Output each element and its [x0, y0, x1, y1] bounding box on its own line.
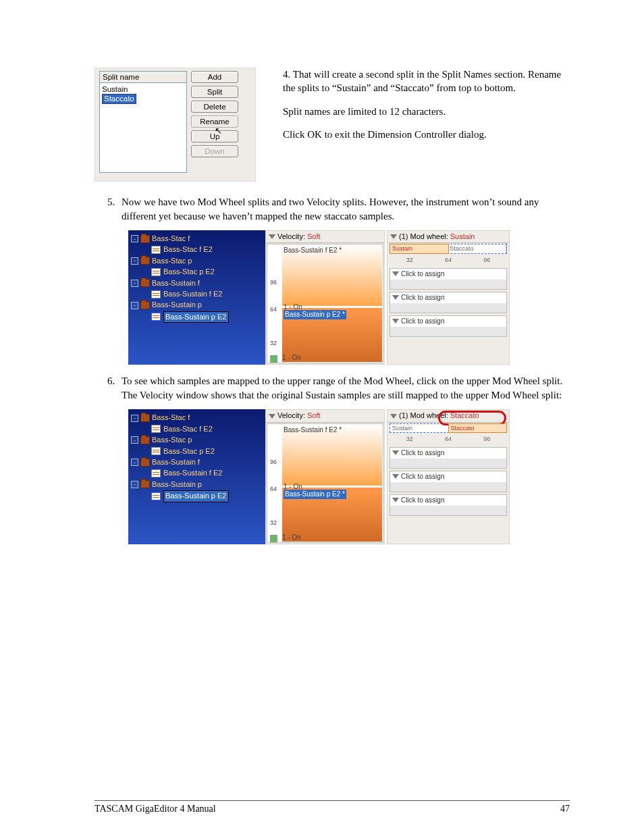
- tree-child[interactable]: Bass-Stac f E2: [163, 424, 213, 434]
- split-sustain[interactable]: Sustain: [390, 244, 449, 254]
- tree-expand-icon[interactable]: -: [131, 415, 138, 422]
- tree-child[interactable]: Bass-Sustain f E2: [163, 468, 222, 478]
- delete-button[interactable]: Delete: [191, 101, 238, 113]
- step6: To see which samples are mapped to the u…: [117, 374, 570, 544]
- step5-text: Now we have two Mod Wheel splits and two…: [122, 197, 539, 221]
- dropdown-icon[interactable]: [269, 234, 275, 239]
- ruler-96: 96: [468, 435, 506, 444]
- modwheel-header[interactable]: (1) Mod wheel: Sustain: [387, 231, 509, 243]
- dropdown-icon[interactable]: [269, 414, 275, 419]
- tree-label[interactable]: Bass-Stac p: [152, 435, 192, 445]
- tree-label[interactable]: Bass-Sustain p: [152, 479, 202, 490]
- controller-slot[interactable]: Click to assign: [390, 292, 507, 313]
- dropdown-icon[interactable]: [392, 474, 399, 479]
- controller-slot[interactable]: Click to assign: [390, 268, 507, 290]
- tree-expand-icon[interactable]: -: [131, 302, 138, 309]
- velocity-mode: Soft: [307, 232, 321, 242]
- velocity-pane: Velocity: Soft Bass-Sustain f E2 * 1 - O…: [265, 409, 385, 544]
- velocity-mode: Soft: [307, 411, 321, 421]
- modwheel-title: (1) Mod wheel:: [399, 232, 448, 242]
- tree-child[interactable]: Bass-Stac p E2: [163, 446, 215, 457]
- split-sustain[interactable]: Sustain: [390, 424, 449, 433]
- editor-screenshot-1: -Bass-Stac f Bass-Stac f E2 -Bass-Stac p…: [128, 230, 563, 365]
- assign-label: Click to assign: [401, 472, 444, 481]
- wave-icon: [151, 268, 161, 276]
- modwheel-mode: Staccato: [450, 411, 479, 421]
- assign-label: Click to assign: [401, 269, 444, 279]
- split-name-header: Split name: [99, 71, 187, 83]
- dropdown-icon[interactable]: [392, 498, 399, 502]
- ruler-32: 32: [390, 435, 429, 444]
- controller-slot[interactable]: Click to assign: [390, 315, 507, 337]
- ruler-64: 64: [429, 435, 467, 444]
- dropdown-icon[interactable]: [392, 271, 399, 276]
- velocity-zone-label-upper: Bass-Sustain f E2 *: [284, 425, 342, 435]
- vel-tick-96: 96: [270, 458, 277, 467]
- modwheel-ruler[interactable]: Sustain Staccato: [390, 423, 507, 434]
- add-button[interactable]: Add: [191, 71, 238, 83]
- tree-label[interactable]: Bass-Sustain f: [152, 457, 200, 467]
- velocity-zone-label-lower: Bass-Sustain p E2 *: [284, 490, 346, 499]
- assign-label: Click to assign: [401, 448, 444, 458]
- ruler-32: 32: [390, 256, 429, 265]
- tree-label[interactable]: Bass-Stac f: [152, 234, 190, 244]
- velocity-header[interactable]: Velocity: Soft: [266, 231, 384, 243]
- wave-icon: [151, 469, 161, 477]
- split-item-sustain[interactable]: Sustain: [102, 84, 184, 94]
- dropdown-icon[interactable]: [392, 450, 399, 455]
- step4-text-c: Click OK to exit the Dimension Controlle…: [283, 128, 570, 141]
- split-names-panel: Split name Sustain Staccato Add Split De…: [95, 68, 256, 182]
- step5: Now we have two Mod Wheel splits and two…: [117, 195, 570, 365]
- modwheel-mode: Sustain: [450, 232, 475, 242]
- tree-expand-icon[interactable]: -: [131, 280, 138, 287]
- velocity-bottom-label: 1 - On: [282, 533, 301, 542]
- vel-tick-64: 64: [270, 305, 277, 314]
- split-item-staccato[interactable]: Staccato: [102, 94, 136, 104]
- dropdown-icon[interactable]: [390, 234, 397, 239]
- tree-child-selected[interactable]: Bass-Sustain p E2: [163, 490, 229, 502]
- velocity-title: Velocity:: [277, 411, 305, 421]
- tree-child[interactable]: Bass-Sustain f E2: [163, 289, 222, 299]
- controller-slot[interactable]: Click to assign: [390, 471, 507, 492]
- folder-icon: [140, 235, 150, 243]
- dropdown-icon[interactable]: [392, 295, 399, 300]
- folder-icon: [140, 279, 150, 287]
- modwheel-ruler[interactable]: Sustain Staccato: [390, 244, 507, 254]
- green-marker-icon: [270, 535, 277, 542]
- step4-text-a: 4. That will create a second split in th…: [283, 68, 570, 95]
- split-staccato[interactable]: Staccato: [448, 244, 507, 253]
- tree-label[interactable]: Bass-Sustain f: [152, 278, 200, 288]
- tree-child[interactable]: Bass-Stac f E2: [163, 244, 213, 255]
- ruler-96: 96: [468, 256, 506, 265]
- wave-icon: [151, 290, 161, 298]
- tree-expand-icon[interactable]: -: [131, 436, 138, 444]
- velocity-pane: Velocity: Soft Bass-Sustain f E2 * 1 - O…: [265, 230, 385, 365]
- split-name-list[interactable]: Sustain Staccato: [99, 83, 187, 173]
- tree-label[interactable]: Bass-Stac f: [152, 413, 190, 423]
- tree-label[interactable]: Bass-Stac p: [152, 256, 192, 266]
- velocity-zone-label-lower: Bass-Sustain p E2 *: [284, 310, 346, 319]
- tree-expand-icon[interactable]: -: [131, 235, 138, 242]
- tree-child-selected[interactable]: Bass-Sustain p E2: [163, 311, 229, 323]
- tree-expand-icon[interactable]: -: [131, 481, 138, 488]
- dropdown-icon[interactable]: [392, 319, 399, 323]
- vel-tick-96: 96: [270, 278, 277, 287]
- sample-tree: -Bass-Stac f Bass-Stac f E2 -Bass-Stac p…: [128, 409, 265, 544]
- tree-expand-icon[interactable]: -: [131, 257, 138, 265]
- folder-icon: [140, 414, 150, 422]
- velocity-header[interactable]: Velocity: Soft: [266, 410, 384, 422]
- controller-slot[interactable]: Click to assign: [390, 447, 507, 469]
- dropdown-icon[interactable]: [390, 414, 397, 419]
- velocity-title: Velocity:: [277, 232, 305, 242]
- vel-tick-32: 32: [270, 519, 277, 527]
- tree-child[interactable]: Bass-Stac p E2: [163, 267, 215, 277]
- tree-expand-icon[interactable]: -: [131, 459, 138, 466]
- split-button[interactable]: Split: [191, 86, 238, 98]
- controller-slot[interactable]: Click to assign: [390, 494, 507, 516]
- rename-button[interactable]: Rename ↖: [191, 115, 238, 128]
- split-staccato[interactable]: Staccato: [448, 423, 508, 434]
- wave-icon: [151, 246, 161, 254]
- modwheel-header[interactable]: (1) Mod wheel: Staccato: [387, 410, 509, 422]
- vel-tick-32: 32: [270, 339, 277, 348]
- tree-label[interactable]: Bass-Sustain p: [152, 300, 202, 310]
